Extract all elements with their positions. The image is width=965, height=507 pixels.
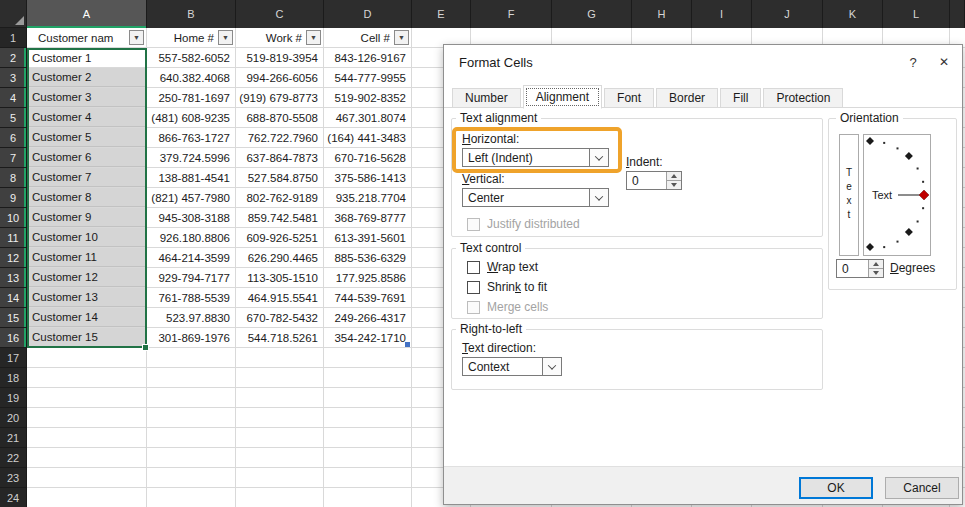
ok-button[interactable]: OK xyxy=(799,477,873,499)
row-header-11[interactable]: 11 xyxy=(0,228,27,248)
cell-B13[interactable]: 929-794-7177 xyxy=(148,268,235,287)
cell-A11[interactable]: Customer 10 xyxy=(28,228,146,247)
cell-B6[interactable]: 866-763-1727 xyxy=(148,128,235,147)
row-header-13[interactable]: 13 xyxy=(0,268,27,288)
horizontal-dropdown[interactable]: Left (Indent) xyxy=(462,148,609,167)
tab-alignment[interactable]: Alignment xyxy=(523,85,602,109)
row-header-17[interactable]: 17 xyxy=(0,348,27,368)
degrees-spinner[interactable]: 0 xyxy=(836,259,884,278)
cell-B10[interactable]: 945-308-3188 xyxy=(148,208,235,227)
tab-number[interactable]: Number xyxy=(452,88,521,108)
tab-border[interactable]: Border xyxy=(656,88,718,108)
tab-fill[interactable]: Fill xyxy=(720,88,761,108)
spin-down-icon[interactable] xyxy=(869,269,883,277)
cell-A7[interactable]: Customer 6 xyxy=(28,148,146,167)
cell-D6[interactable]: (164) 441-3483 xyxy=(325,128,411,147)
spin-down-icon[interactable] xyxy=(667,181,681,189)
checkbox-icon[interactable] xyxy=(467,301,480,314)
cell-A8[interactable]: Customer 7 xyxy=(28,168,146,187)
row-header-19[interactable]: 19 xyxy=(0,388,27,408)
checkbox-icon[interactable] xyxy=(467,261,480,274)
cell-D11[interactable]: 613-391-5601 xyxy=(325,228,411,247)
cell-C16[interactable]: 544.718.5261 xyxy=(237,328,323,347)
column-header-G[interactable]: G xyxy=(552,0,632,28)
cell-A16[interactable]: Customer 15 xyxy=(28,328,146,347)
row-header-24[interactable]: 24 xyxy=(0,488,27,507)
filter-button-B[interactable]: ▼ xyxy=(218,30,233,45)
column-header-L[interactable]: L xyxy=(883,0,950,28)
column-header-I[interactable]: I xyxy=(692,0,752,28)
tab-font[interactable]: Font xyxy=(604,88,654,108)
column-header-H[interactable]: H xyxy=(632,0,692,28)
checkbox-icon[interactable] xyxy=(467,281,480,294)
row-header-15[interactable]: 15 xyxy=(0,308,27,328)
merge-cells-checkbox[interactable]: Merge cells xyxy=(467,300,548,314)
cell-B7[interactable]: 379.724.5996 xyxy=(148,148,235,167)
cell-B14[interactable]: 761-788-5539 xyxy=(148,288,235,307)
shrink-to-fit-checkbox[interactable]: Shrink to fit xyxy=(467,280,547,294)
cell-B15[interactable]: 523.97.8830 xyxy=(148,308,235,327)
filter-button-D[interactable]: ▼ xyxy=(394,30,409,45)
cell-B2[interactable]: 557-582-6052 xyxy=(148,48,235,67)
cell-C5[interactable]: 688-870-5508 xyxy=(237,108,323,127)
cell-B8[interactable]: 138-881-4541 xyxy=(148,168,235,187)
cell-A3[interactable]: Customer 2 xyxy=(28,68,146,87)
tab-protection[interactable]: Protection xyxy=(763,88,843,108)
cell-D4[interactable]: 519-902-8352 xyxy=(325,88,411,107)
cell-A4[interactable]: Customer 3 xyxy=(28,88,146,107)
filter-button-A[interactable]: ▼ xyxy=(129,30,144,45)
cell-D16[interactable]: 354-242-1710 xyxy=(325,328,411,347)
checkbox-icon[interactable] xyxy=(467,218,480,231)
cell-C14[interactable]: 464.915.5541 xyxy=(237,288,323,307)
vertical-text-preview[interactable]: Text xyxy=(839,134,859,256)
cell-D10[interactable]: 368-769-8777 xyxy=(325,208,411,227)
cell-D5[interactable]: 467.301.8074 xyxy=(325,108,411,127)
column-header-D[interactable]: D xyxy=(324,0,412,28)
cell-A14[interactable]: Customer 13 xyxy=(28,288,146,307)
row-header-10[interactable]: 10 xyxy=(0,208,27,228)
cell-C4[interactable]: (919) 679-8773 xyxy=(237,88,323,107)
cell-C3[interactable]: 994-266-6056 xyxy=(237,68,323,87)
cell-D15[interactable]: 249-266-4317 xyxy=(325,308,411,327)
degrees-spin-buttons[interactable] xyxy=(868,260,883,277)
cancel-button[interactable]: Cancel xyxy=(885,477,959,499)
column-header-C[interactable]: C xyxy=(236,0,324,28)
cell-D9[interactable]: 935.218.7704 xyxy=(325,188,411,207)
cell-C13[interactable]: 113-305-1510 xyxy=(237,268,323,287)
spin-up-icon[interactable] xyxy=(667,172,681,181)
chevron-down-icon[interactable] xyxy=(589,149,608,166)
column-header-K[interactable]: K xyxy=(823,0,883,28)
cell-D3[interactable]: 544-777-9955 xyxy=(325,68,411,87)
row-header-22[interactable]: 22 xyxy=(0,448,27,468)
cell-C2[interactable]: 519-819-3954 xyxy=(237,48,323,67)
cell-D14[interactable]: 744-539-7691 xyxy=(325,288,411,307)
cell-B5[interactable]: (481) 608-9235 xyxy=(148,108,235,127)
cell-A5[interactable]: Customer 4 xyxy=(28,108,146,127)
cell-A13[interactable]: Customer 12 xyxy=(28,268,146,287)
row-header-3[interactable]: 3 xyxy=(0,68,27,88)
cell-B9[interactable]: (821) 457-7980 xyxy=(148,188,235,207)
cell-B11[interactable]: 926.180.8806 xyxy=(148,228,235,247)
row-header-18[interactable]: 18 xyxy=(0,368,27,388)
cell-B12[interactable]: 464-214-3599 xyxy=(148,248,235,267)
cell-C15[interactable]: 670-782-5432 xyxy=(237,308,323,327)
cell-B16[interactable]: 301-869-1976 xyxy=(148,328,235,347)
row-header-1[interactable]: 1 xyxy=(0,28,27,48)
cell-C7[interactable]: 637-864-7873 xyxy=(237,148,323,167)
cell-B3[interactable]: 640.382.4068 xyxy=(148,68,235,87)
cell-C11[interactable]: 609-926-5251 xyxy=(237,228,323,247)
chevron-down-icon[interactable] xyxy=(542,358,561,375)
row-header-5[interactable]: 5 xyxy=(0,108,27,128)
vertical-dropdown[interactable]: Center xyxy=(462,188,609,207)
cell-C6[interactable]: 762.722.7960 xyxy=(237,128,323,147)
column-header-A[interactable]: A xyxy=(27,0,147,28)
row-header-12[interactable]: 12 xyxy=(0,248,27,268)
row-header-2[interactable]: 2 xyxy=(0,48,27,68)
column-header-E[interactable]: E xyxy=(412,0,471,28)
text-direction-dropdown[interactable]: Context xyxy=(462,357,562,376)
row-header-16[interactable]: 16 xyxy=(0,328,27,348)
justify-distributed-checkbox[interactable]: Justify distributed xyxy=(467,217,580,231)
cell-A6[interactable]: Customer 5 xyxy=(28,128,146,147)
filter-button-C[interactable]: ▼ xyxy=(306,30,321,45)
indent-spin-buttons[interactable] xyxy=(666,172,681,189)
